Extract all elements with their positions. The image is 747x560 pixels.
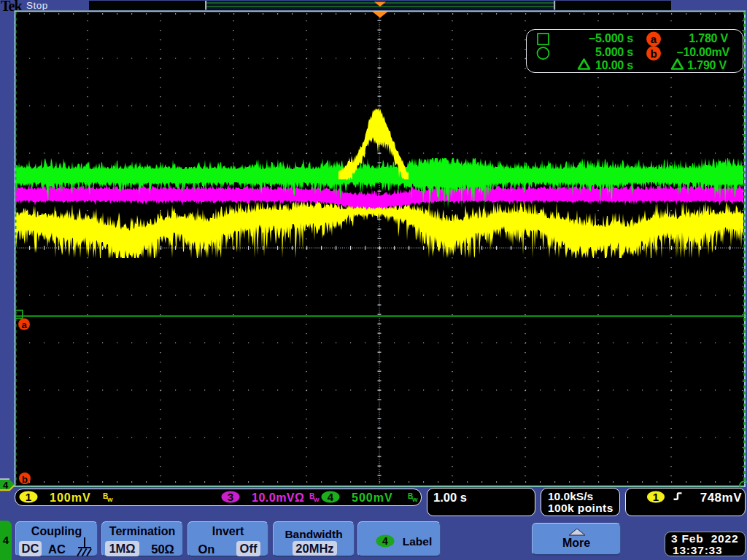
svg-text:4: 4 xyxy=(382,535,388,547)
svg-text:a: a xyxy=(21,319,27,330)
svg-text:10.00 s: 10.00 s xyxy=(595,59,633,71)
svg-text:3: 3 xyxy=(228,491,233,503)
svg-text:5.000 s: 5.000 s xyxy=(595,46,633,58)
svg-text:4: 4 xyxy=(328,491,334,503)
svg-text:4: 4 xyxy=(3,480,9,491)
svg-text:1.780 V: 1.780 V xyxy=(689,32,728,44)
svg-text:−10.00mV: −10.00mV xyxy=(676,46,729,58)
svg-text:1: 1 xyxy=(26,491,31,503)
svg-text:100mV: 100mV xyxy=(50,491,91,504)
svg-text:748mV: 748mV xyxy=(700,491,742,505)
svg-text:b: b xyxy=(650,47,657,60)
svg-text:−5.000 s: −5.000 s xyxy=(589,32,633,44)
svg-text:500mV: 500mV xyxy=(352,491,393,504)
svg-text:10.0mVΩ: 10.0mVΩ xyxy=(252,491,304,504)
svg-text:a: a xyxy=(651,33,657,45)
svg-text:1: 1 xyxy=(653,491,659,503)
svg-text:W: W xyxy=(107,497,113,503)
svg-text:1.790 V: 1.790 V xyxy=(687,59,727,71)
svg-text:W: W xyxy=(412,497,418,503)
svg-text:W: W xyxy=(314,497,320,503)
